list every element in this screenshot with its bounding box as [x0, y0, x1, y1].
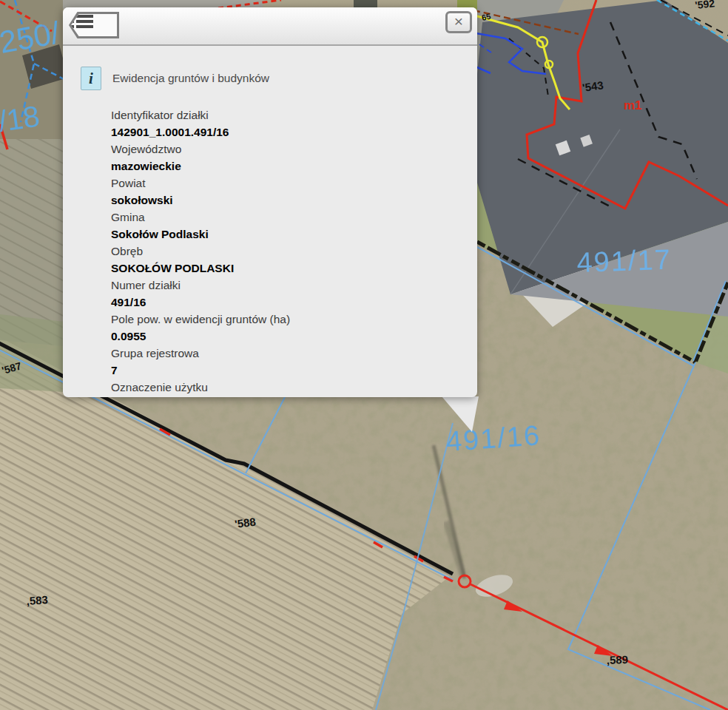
attribute-label: Grupa rejestrowa	[111, 345, 462, 362]
attribute-label: Pole pow. w ewidencji gruntów (ha)	[111, 311, 462, 328]
close-icon: ×	[454, 13, 463, 30]
back-arrow-tag-inner	[71, 14, 117, 36]
attribute-label: Obręb	[111, 243, 462, 260]
attribute-value: RIVb, RV	[111, 396, 462, 397]
attribute-label: Oznaczenie użytku	[111, 379, 462, 396]
attribute-value: 142901_1.0001.491/16	[111, 124, 462, 141]
point-label-583: ,583	[26, 593, 48, 607]
info-icon: i	[81, 67, 101, 90]
building-label-m1: m1	[624, 98, 642, 112]
attribute-label: Gmina	[111, 209, 462, 226]
attribute-label: Identyfikator działki	[111, 106, 462, 124]
back-to-results-button[interactable]	[69, 12, 119, 38]
parcel-label-491-16: 491/16	[445, 419, 542, 457]
attribute-label: Numer działki	[111, 277, 462, 294]
attribute-list: Identyfikator działki 142901_1.0001.491/…	[111, 106, 462, 397]
point-label-65: 65	[481, 12, 491, 22]
popup-toolbar: ×	[63, 7, 477, 46]
geoportal-map-view: 250/ /18 491/17 491/16 ʹ587 ʹ588 ,583 ,5…	[0, 0, 728, 710]
attribute-value: Sokołów Podlaski	[111, 226, 462, 243]
popup-body: i Ewidencja gruntów i budynków Identyfik…	[63, 46, 477, 397]
attribute-value: sokołowski	[111, 192, 462, 209]
parcel-label-491-17: 491/17	[576, 244, 673, 278]
attribute-value: SOKOŁÓW PODLASKI	[111, 260, 462, 277]
attribute-value: 491/16	[111, 294, 462, 311]
parcel-label-18: /18	[0, 100, 41, 138]
layer-title: Ewidencja gruntów i budynków	[112, 72, 269, 85]
attribute-value: mazowieckie	[111, 158, 462, 175]
attribute-label: Województwo	[111, 141, 462, 158]
attribute-value: 0.0955	[111, 328, 462, 345]
attribute-value: 7	[111, 362, 462, 379]
feature-info-popup: × i Ewidencja gruntów i budynków Identyf…	[63, 7, 477, 397]
point-label-588: ʹ588	[234, 515, 256, 530]
point-label-589: ,589	[607, 653, 629, 666]
list-icon	[71, 14, 93, 30]
close-button[interactable]: ×	[445, 11, 472, 33]
attribute-label: Powiat	[111, 175, 462, 192]
